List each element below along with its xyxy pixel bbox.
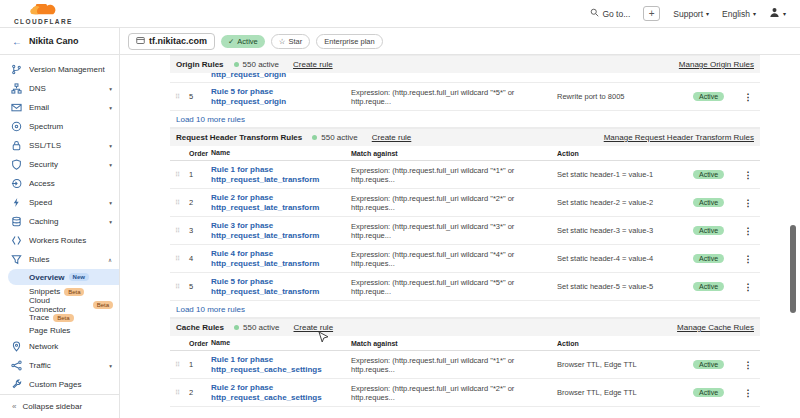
account-menu[interactable]: ▾: [769, 7, 786, 20]
sidebar-item-caching[interactable]: Caching▾: [0, 212, 119, 231]
rule-name-link[interactable]: Rule 3 for phasehttp_request_late_transf…: [211, 221, 351, 241]
create-rule-link[interactable]: Create rule: [294, 323, 334, 332]
support-menu[interactable]: Support ▾: [673, 9, 709, 19]
drag-handle-icon[interactable]: ⠿: [175, 255, 189, 263]
rule-name-link[interactable]: http_request_origin: [211, 73, 286, 82]
sidebar-item-page-rules[interactable]: Page Rules: [0, 324, 119, 337]
rule-name-link[interactable]: Rule 1 for phasehttp_request_cache_setti…: [211, 355, 351, 375]
create-rule-link[interactable]: Create rule: [372, 133, 412, 142]
cloudflare-wordmark: CLOUDFLARE: [14, 19, 73, 26]
sidebar-item-version-management[interactable]: Version Management: [0, 60, 119, 79]
load-more-rules-link[interactable]: Load 10 more rules: [170, 301, 760, 318]
table-row: ⠿1Rule 1 for phasehttp_request_cache_set…: [170, 351, 760, 379]
column-header-action: Action: [557, 340, 693, 347]
drag-handle-icon[interactable]: ⠿: [175, 389, 189, 397]
rule-status: Active: [693, 282, 739, 291]
active-badge: Active: [693, 282, 724, 291]
goto-search[interactable]: Go to...: [590, 8, 630, 19]
manage-rules-link[interactable]: Manage Cache Rules: [677, 323, 754, 332]
kebab-menu-icon[interactable]: ⋮: [739, 360, 757, 370]
zone-status-label: Active: [237, 37, 257, 46]
beta-badge: Beta: [64, 288, 84, 296]
rule-order: 5: [189, 92, 211, 101]
zone-domain: tf.nikitac.com: [149, 36, 207, 46]
rule-order: 2: [189, 388, 211, 397]
chevron-down-icon: ▾: [783, 10, 786, 17]
rule-name-link[interactable]: Rule 1 for phasehttp_request_late_transf…: [211, 165, 351, 185]
rule-status: Active: [693, 198, 739, 207]
sidebar-item-workers-routes[interactable]: Workers Routes: [0, 231, 119, 250]
rule-name-link[interactable]: Rule 2 for phasehttp_request_late_transf…: [211, 193, 351, 213]
active-count: 550 active: [243, 323, 279, 332]
sidebar-item-email[interactable]: Email▾: [0, 98, 119, 117]
manage-rules-link[interactable]: Manage Request Header Transform Rules: [604, 133, 754, 142]
sidebar-item-security[interactable]: Security▾: [0, 155, 119, 174]
drag-handle-icon[interactable]: ⠿: [175, 283, 189, 291]
sidebar-item-traffic[interactable]: Traffic▾: [0, 356, 119, 375]
sidebar-item-overview[interactable]: OverviewNew: [8, 269, 119, 285]
zone-status-badge: ✓ Active: [221, 35, 265, 48]
kebab-menu-icon[interactable]: ⋮: [739, 170, 757, 180]
drag-handle-icon[interactable]: ⠿: [175, 361, 189, 369]
rule-name-link[interactable]: Rule 5 for phasehttp_request_late_transf…: [211, 277, 351, 297]
language-menu[interactable]: English ▾: [722, 9, 756, 19]
collapse-sidebar-button[interactable]: « Collapse sidebar: [0, 394, 119, 418]
sidebar-item-speed[interactable]: Speed▾: [0, 193, 119, 212]
kebab-menu-icon[interactable]: ⋮: [739, 282, 757, 292]
bolt-icon: [11, 197, 22, 208]
vertical-scrollbar-thumb[interactable]: [790, 225, 796, 313]
table-header-row: OrderNameMatch againstAction: [170, 146, 760, 161]
rule-action: Set static header-4 = value-4: [557, 254, 693, 263]
rule-status: Active: [693, 360, 739, 369]
load-more-rules-link[interactable]: Load 10 more rules: [170, 111, 760, 128]
sidebar-item-ssl-tls[interactable]: SSL/TLS▾: [0, 136, 119, 155]
rule-order: 1: [189, 360, 211, 369]
kebab-menu-icon[interactable]: ⋮: [739, 254, 757, 264]
rule-order: 3: [189, 226, 211, 235]
browser-window-icon: [136, 36, 145, 47]
table-row: ⠿5Rule 5 for phasehttp_request_late_tran…: [170, 273, 760, 301]
sidebar-item-dns[interactable]: DNS▾: [0, 79, 119, 98]
active-status-dot: [312, 135, 317, 140]
manage-rules-link[interactable]: Manage Origin Rules: [679, 60, 754, 69]
rule-name-link[interactable]: Rule 2 for phasehttp_request_cache_setti…: [211, 383, 351, 403]
sidebar-item-label: Page Rules: [29, 326, 70, 335]
rule-expression: Expression: (http.request.full_uri wildc…: [351, 356, 557, 374]
rule-name-link[interactable]: Rule 5 for phasehttp_request_origin: [211, 87, 351, 107]
kebab-menu-icon[interactable]: ⋮: [739, 92, 757, 102]
drag-handle-icon[interactable]: ⠿: [175, 227, 189, 235]
chevron-down-icon: ▾: [109, 219, 112, 225]
back-arrow-icon[interactable]: ←: [12, 36, 22, 47]
section-title: Request Header Transform Rules: [176, 133, 302, 142]
rule-name-link[interactable]: Rule 4 for phasehttp_request_late_transf…: [211, 249, 351, 269]
chevron-down-icon: ▾: [753, 10, 756, 17]
sidebar-item-label: Spectrum: [29, 122, 112, 131]
shield-icon: [11, 159, 22, 170]
sidebar-item-cloud-connector[interactable]: Cloud ConnectorBeta: [0, 298, 119, 311]
drag-handle-icon[interactable]: ⠿: [175, 93, 189, 101]
column-header-order: Order: [189, 340, 211, 347]
sidebar-item-network[interactable]: Network: [0, 337, 119, 356]
sidebar-item-rules[interactable]: Rules∧: [0, 250, 119, 269]
sidebar-item-access[interactable]: Access: [0, 174, 119, 193]
sidebar: ← Nikita Cano Version ManagementDNS▾Emai…: [0, 28, 120, 418]
kebab-menu-icon[interactable]: ⋮: [739, 198, 757, 208]
table-header-row: OrderNameMatch againstAction: [170, 336, 760, 351]
kebab-menu-icon[interactable]: ⋮: [739, 226, 757, 236]
create-rule-link[interactable]: Create rule: [293, 60, 333, 69]
active-badge: Active: [693, 360, 724, 369]
table-row: ⠿2Rule 2 for phasehttp_request_cache_set…: [170, 379, 760, 407]
rule-order: 4: [189, 254, 211, 263]
drag-handle-icon[interactable]: ⠿: [175, 171, 189, 179]
star-button[interactable]: ☆ Star: [271, 34, 311, 49]
chevron-down-icon: ▾: [109, 363, 112, 369]
kebab-menu-icon[interactable]: ⋮: [739, 388, 757, 398]
drag-handle-icon[interactable]: ⠿: [175, 199, 189, 207]
cloudflare-logo[interactable]: CLOUDFLARE: [14, 2, 73, 26]
add-site-button[interactable]: +: [643, 6, 660, 21]
pin-icon: [11, 341, 22, 352]
sidebar-item-custom-pages[interactable]: Custom Pages: [0, 375, 119, 394]
sidebar-item-spectrum[interactable]: Spectrum: [0, 117, 119, 136]
rule-expression: Expression: (http.request.full_uri wildc…: [351, 88, 557, 106]
section-origin-rules: Origin Rules550 activeCreate ruleManage …: [170, 55, 760, 128]
